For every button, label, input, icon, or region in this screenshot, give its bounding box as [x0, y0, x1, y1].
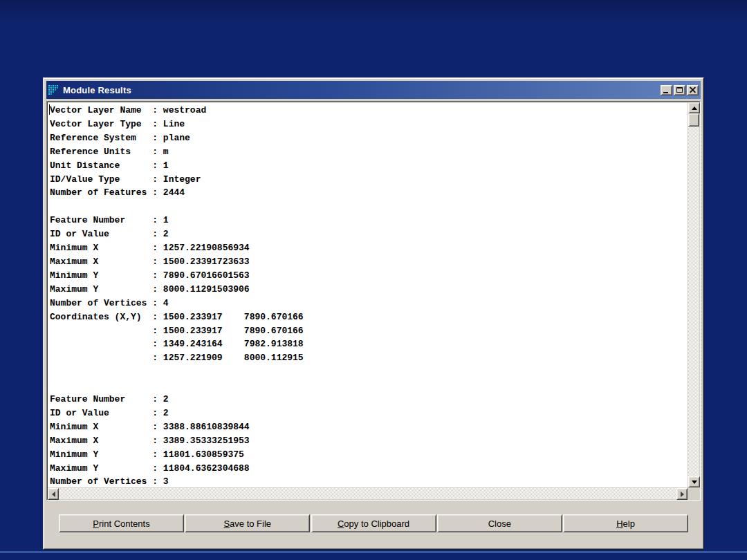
arrow-right-icon	[681, 492, 684, 497]
results-panel-border: Vector Layer Name : westroad Vector Laye…	[46, 101, 701, 501]
arrow-up-icon	[692, 106, 697, 110]
copy-to-clipboard-button[interactable]: Copy to Clipboard	[311, 514, 436, 532]
window-frame: Module Results Vector Layer Name : westr…	[44, 78, 703, 549]
maximize-button[interactable]	[674, 85, 685, 95]
arrow-left-icon	[52, 492, 55, 497]
horizontal-scrollbar[interactable]	[48, 487, 688, 499]
horizontal-scroll-track[interactable]	[59, 488, 676, 499]
print-contents-button[interactable]: Print Contents	[59, 514, 184, 532]
vertical-scroll-track[interactable]	[688, 127, 699, 476]
scroll-left-button[interactable]	[48, 488, 59, 500]
close-button[interactable]	[687, 85, 699, 95]
minimize-icon	[663, 92, 668, 93]
save-to-file-button[interactable]: Save to File	[185, 514, 310, 532]
scroll-up-button[interactable]	[688, 102, 700, 113]
close-icon	[688, 86, 698, 95]
vertical-scrollbar[interactable]	[688, 102, 699, 487]
titlebar[interactable]: Module Results	[46, 81, 701, 99]
module-results-window: Module Results Vector Layer Name : westr…	[43, 77, 704, 550]
window-title: Module Results	[63, 85, 661, 95]
window-controls	[661, 85, 699, 95]
minimize-button[interactable]	[661, 85, 672, 95]
desktop-highlight-stripe	[0, 551, 747, 553]
scrollbar-corner	[688, 487, 699, 499]
module-grid-icon[interactable]	[48, 84, 60, 95]
arrow-down-icon	[692, 480, 697, 484]
results-viewport[interactable]: Vector Layer Name : westroad Vector Laye…	[48, 102, 688, 487]
help-button[interactable]: Help	[563, 514, 688, 532]
client-area: Vector Layer Name : westroad Vector Laye…	[46, 101, 701, 546]
action-button-row: Print Contents Save to File Copy to Clip…	[46, 501, 701, 546]
text-caret	[49, 104, 50, 115]
maximize-icon	[676, 87, 683, 93]
scroll-down-button[interactable]	[688, 476, 700, 487]
results-panel: Vector Layer Name : westroad Vector Laye…	[47, 102, 700, 500]
scroll-right-button[interactable]	[676, 488, 688, 500]
close-dialog-button[interactable]: Close	[437, 514, 562, 532]
vertical-scroll-thumb[interactable]	[688, 113, 699, 127]
results-text[interactable]: Vector Layer Name : westroad Vector Laye…	[50, 104, 688, 487]
